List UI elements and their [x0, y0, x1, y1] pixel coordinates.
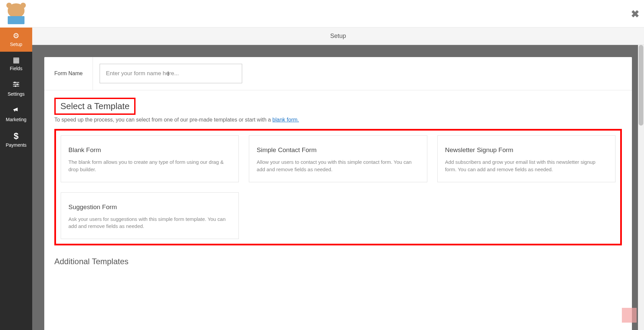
- section-heading-highlight: Select a Template: [54, 98, 136, 115]
- templates-highlight-box: Blank Form The blank form allows you to …: [54, 129, 622, 245]
- template-title: Blank Form: [68, 146, 231, 154]
- page-title: Setup: [330, 33, 346, 40]
- svg-rect-0: [13, 82, 19, 83]
- template-title: Suggestion Form: [68, 203, 231, 211]
- sidebar-item-fields[interactable]: ▦ Fields: [0, 52, 32, 76]
- sidebar-item-payments[interactable]: $ Payments: [0, 127, 32, 152]
- page-header: Setup: [32, 28, 644, 45]
- form-name-row: Form Name I: [44, 57, 632, 90]
- sidebar-item-label: Marketing: [6, 117, 26, 122]
- scrollbar[interactable]: [638, 45, 644, 330]
- gear-icon: ⚙: [13, 32, 19, 40]
- template-description: The blank form allows you to create any …: [68, 158, 231, 173]
- template-card-blank[interactable]: Blank Form The blank form allows you to …: [61, 135, 239, 182]
- section-heading: Select a Template: [60, 101, 129, 111]
- svg-point-5: [15, 85, 16, 87]
- template-card-newsletter[interactable]: Newsletter Signup Form Add subscribers a…: [437, 135, 615, 182]
- template-description: Add subscribers and grow your email list…: [445, 158, 608, 173]
- scrollbar-thumb[interactable]: [639, 45, 643, 126]
- sidebar-item-label: Settings: [8, 91, 25, 97]
- template-title: Simple Contact Form: [257, 146, 419, 154]
- sidebar-item-setup[interactable]: ⚙ Setup: [0, 28, 32, 52]
- additional-templates-heading: Additional Templates: [54, 257, 622, 266]
- sidebar-item-label: Payments: [6, 142, 26, 148]
- dollar-icon: $: [14, 132, 18, 140]
- megaphone-icon: [12, 106, 20, 115]
- svg-point-4: [16, 84, 18, 85]
- watermark: [622, 308, 637, 323]
- template-card-suggestion[interactable]: Suggestion Form Ask your users for sugge…: [61, 192, 239, 239]
- fields-icon: ▦: [13, 56, 20, 64]
- template-title: Newsletter Signup Form: [445, 146, 608, 154]
- sliders-icon: [12, 81, 20, 89]
- sidebar-item-settings[interactable]: Settings: [0, 76, 32, 101]
- section-description: To speed up the process, you can select …: [54, 117, 622, 123]
- app-logo[interactable]: [0, 0, 32, 28]
- template-description: Allow your users to contact you with thi…: [257, 158, 419, 173]
- content-scroll[interactable]: Form Name I Select a Template To speed u…: [32, 45, 644, 330]
- svg-rect-1: [13, 84, 19, 85]
- blank-form-link[interactable]: blank form.: [272, 117, 299, 123]
- form-name-input[interactable]: [100, 64, 242, 83]
- svg-point-3: [14, 82, 16, 83]
- sidebar: ⚙ Setup ▦ Fields Settings Marketing $ Pa…: [0, 0, 32, 330]
- template-description: Ask your users for suggestions with this…: [68, 216, 231, 230]
- close-button[interactable]: ✖: [631, 8, 639, 20]
- form-name-label: Form Name: [44, 57, 93, 90]
- setup-panel: Form Name I Select a Template To speed u…: [44, 57, 632, 330]
- top-bar: ✖: [32, 0, 644, 28]
- sidebar-item-label: Fields: [10, 66, 22, 71]
- sidebar-item-label: Setup: [10, 42, 22, 47]
- template-card-contact[interactable]: Simple Contact Form Allow your users to …: [249, 135, 427, 182]
- sidebar-item-marketing[interactable]: Marketing: [0, 101, 32, 127]
